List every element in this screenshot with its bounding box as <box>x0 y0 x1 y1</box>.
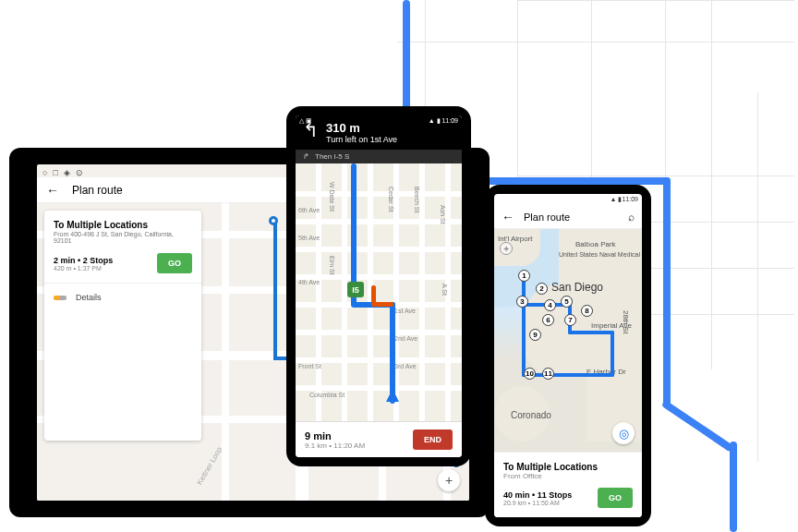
route-stop[interactable]: 9 <box>529 329 541 341</box>
route-waypoint <box>269 216 278 225</box>
street-label: 2nd Ave <box>394 335 417 342</box>
eta-time: 9 min <box>305 430 365 441</box>
end-navigation-button[interactable]: END <box>413 429 453 450</box>
plan-stats-main: 40 min • 11 Stops <box>503 490 572 500</box>
details-row[interactable]: Details <box>54 284 192 302</box>
route-stop[interactable]: 3 <box>516 296 528 308</box>
next-step-label: Then I-5 S <box>315 152 349 161</box>
panel-subtitle: From 400-498 J St, San Diego, California… <box>54 231 192 244</box>
route-stop[interactable]: 1 <box>518 270 530 282</box>
turn-distance: 310 m <box>326 121 397 135</box>
status-bar-right: ▲ ▮ 11:09 <box>429 117 458 125</box>
back-arrow-icon[interactable]: ← <box>502 210 514 224</box>
route-stop[interactable]: 8 <box>581 305 593 317</box>
current-position-arrow <box>386 389 399 402</box>
status-icons-left: △ ▣ <box>299 117 312 125</box>
plan-map-canvas[interactable]: Int'l Airport Balboa Park United States … <box>494 229 642 452</box>
route-style-icon <box>54 296 66 300</box>
map-label: Balboa Park <box>575 240 616 248</box>
street-label: Front St <box>298 363 321 369</box>
upcoming-turn-segment <box>371 302 393 307</box>
my-location-button[interactable]: ◎ <box>612 422 635 444</box>
route-summary-panel: To Multiple Locations From 400-498 J St,… <box>44 211 201 441</box>
nav-back-icon[interactable]: ◁ <box>17 520 24 530</box>
panel-stats-main: 2 min • 2 Stops <box>54 256 113 265</box>
street-label: W Date St <box>329 182 335 212</box>
eta-sub: 9.1 km • 11:20 AM <box>305 441 365 450</box>
tablet-system-nav: ◁ ● <box>17 520 48 530</box>
street-label: 4th Ave <box>298 279 320 285</box>
route-stop[interactable]: 2 <box>536 283 548 295</box>
map-label: United States Naval Medical C <box>559 251 642 258</box>
plan-title: Plan route <box>524 212 619 223</box>
add-stop-fab[interactable]: + <box>438 469 460 491</box>
street-label: Cedar St <box>388 187 394 212</box>
street-label: Columbia St <box>309 392 345 398</box>
search-icon[interactable]: ⌕ <box>628 211 635 224</box>
compass-icon[interactable]: ✦ <box>500 242 513 255</box>
navigation-map-canvas[interactable]: 6th Ave 5th Ave W Date St Elm St Cedar S… <box>296 163 462 421</box>
go-button[interactable]: GO <box>157 253 192 273</box>
phone-plan-screen: ▲ ▮ 11:09 ← Plan route ⌕ Int'l Airport B… <box>494 194 642 517</box>
plan-stats-sub: 20.9 km • 11:50 AM <box>503 500 572 506</box>
panel-title: To Multiple Locations <box>54 220 192 230</box>
details-label: Details <box>76 293 102 302</box>
street-label: 3rd Ave <box>394 363 417 369</box>
route-stop[interactable]: 5 <box>561 296 573 308</box>
panel-stats-sub: 420 m • 1:37 PM <box>54 265 113 272</box>
go-button[interactable]: GO <box>598 488 633 508</box>
map-label: 28th St <box>622 310 630 333</box>
route-stop[interactable]: 4 <box>544 299 556 311</box>
plan-panel-subtitle: From Office <box>503 472 633 480</box>
back-arrow-icon[interactable]: ← <box>46 183 59 198</box>
phone-nav-screen: △ ▣ ▲ ▮ 11:09 ↰ 310 m Turn left on 1st A… <box>296 115 462 457</box>
eta-bar: 9 min 9.1 km • 11:20 AM END <box>296 421 462 457</box>
street-label: Elm St <box>329 256 335 275</box>
phone-plan-device: ▲ ▮ 11:09 ← Plan route ⌕ Int'l Airport B… <box>485 185 651 526</box>
next-step-banner: ↱ Then I-5 S <box>296 150 462 163</box>
street-label: A St <box>441 284 448 296</box>
interstate-shield: I5 <box>347 282 364 297</box>
route-stop[interactable]: 11 <box>542 368 554 380</box>
map-label: Coronado <box>511 410 551 420</box>
street-label: 1st Ave <box>394 308 416 314</box>
plan-header: ← Plan route ⌕ <box>494 205 642 229</box>
route-stop[interactable]: 7 <box>564 314 576 326</box>
phone-navigation-device: △ ▣ ▲ ▮ 11:09 ↰ 310 m Turn left on 1st A… <box>286 106 471 466</box>
nav-home-icon[interactable]: ● <box>42 520 48 530</box>
road-label: Kettner Loop <box>196 445 224 486</box>
street-label: Ash St <box>440 205 446 224</box>
map-city-label: San Diego <box>551 281 603 294</box>
route-stop[interactable]: 6 <box>542 314 554 326</box>
turn-instruction: Turn left on 1st Ave <box>326 135 397 144</box>
street-label: Beech St <box>414 187 420 212</box>
status-bar: ▲ ▮ 11:09 <box>494 194 642 205</box>
tablet-title: Plan route <box>72 184 123 197</box>
plan-panel-title: To Multiple Locations <box>503 462 633 472</box>
route-stop[interactable]: 10 <box>524 368 536 380</box>
street-label: 6th Ave <box>298 207 320 213</box>
street-label: 5th Ave <box>298 235 320 241</box>
plan-summary-panel: To Multiple Locations From Office 40 min… <box>494 452 642 517</box>
then-right-icon: ↱ <box>303 152 309 161</box>
